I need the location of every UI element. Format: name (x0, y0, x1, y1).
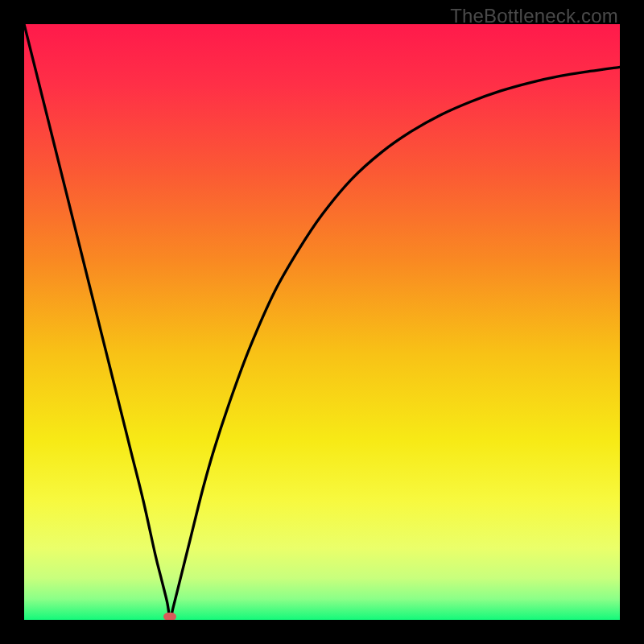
optimum-marker (163, 613, 176, 620)
chart-frame: TheBottleneck.com (0, 0, 644, 644)
bottleneck-curve (24, 24, 620, 620)
plot-area (24, 24, 620, 620)
